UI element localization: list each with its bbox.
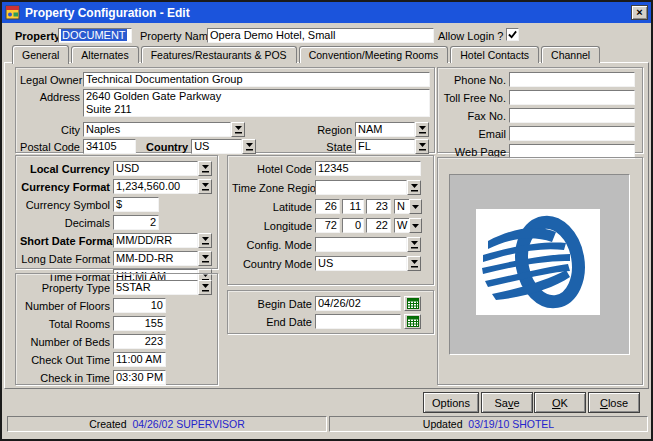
- postal-code-label: Postal Code: [20, 141, 80, 153]
- region-field[interactable]: NAM: [355, 122, 415, 137]
- currency-symbol-field[interactable]: $: [113, 197, 159, 212]
- longitude-direction-select[interactable]: W: [394, 218, 422, 233]
- contact-group: Phone No. Toll Free No. Fax No. Email We…: [437, 67, 643, 153]
- country-mode-label: Country Mode: [232, 258, 312, 270]
- long-date-format-lov-icon[interactable]: [198, 251, 212, 266]
- close-icon[interactable]: ×: [631, 5, 648, 20]
- longitude-degrees-field[interactable]: 72: [315, 218, 340, 233]
- property-name-label: Property Name: [140, 30, 214, 42]
- window-icon: [5, 5, 20, 20]
- property-type-lov-icon[interactable]: [198, 280, 212, 295]
- currency-format-label: Currency Format: [20, 181, 110, 193]
- email-field[interactable]: [509, 126, 635, 141]
- short-date-format-field[interactable]: MM/DD/RR: [113, 233, 198, 248]
- country-mode-lov-icon[interactable]: [407, 256, 421, 271]
- address-field[interactable]: 2640 Golden Gate Parkway Suite 211: [83, 89, 430, 117]
- phone-field[interactable]: [509, 72, 635, 87]
- hotel-code-group: Hotel Code 12345 Time Zone Region Latitu…: [227, 155, 434, 285]
- check-out-time-label: Check Out Time: [20, 354, 110, 366]
- begin-date-calendar-icon[interactable]: [404, 296, 421, 311]
- created-label: Created: [89, 418, 126, 430]
- time-zone-region-field[interactable]: [315, 180, 407, 195]
- time-zone-region-label: Time Zone Region: [232, 182, 312, 194]
- local-currency-field[interactable]: USD: [113, 161, 198, 176]
- check-out-time-field[interactable]: 11:00 AM: [113, 352, 166, 367]
- country-lov-icon[interactable]: [242, 139, 256, 154]
- longitude-direction-arrow-icon[interactable]: [409, 218, 422, 233]
- end-date-calendar-icon[interactable]: [404, 314, 421, 329]
- config-mode-label: Config. Mode: [232, 239, 312, 251]
- tab-bar: General Alternates Features/Restaurants …: [12, 44, 602, 63]
- local-currency-lov-icon[interactable]: [198, 161, 212, 176]
- short-date-format-lov-icon[interactable]: [198, 233, 212, 248]
- latitude-direction-select[interactable]: N: [394, 199, 422, 214]
- tab-alternates[interactable]: Alternates: [71, 46, 138, 63]
- longitude-minutes-field[interactable]: 0: [342, 218, 364, 233]
- latitude-minutes-field[interactable]: 11: [342, 199, 364, 214]
- tab-general[interactable]: General: [12, 45, 69, 64]
- number-of-floors-field[interactable]: 10: [113, 298, 166, 313]
- config-mode-lov-icon[interactable]: [407, 237, 421, 252]
- property-details-group: Property Type 5STAR Number of Floors 10 …: [15, 273, 218, 385]
- fax-label: Fax No.: [442, 110, 506, 122]
- config-mode-field[interactable]: [315, 237, 407, 252]
- allow-login-label: Allow Login ?: [438, 30, 503, 42]
- updated-label: Updated: [423, 418, 463, 430]
- options-button[interactable]: Options: [423, 392, 479, 413]
- fax-field[interactable]: [509, 108, 635, 123]
- latitude-direction-arrow-icon[interactable]: [409, 199, 422, 214]
- address-group: Legal Owner Technical Documentation Grou…: [15, 67, 435, 153]
- check-in-time-field[interactable]: 03:30 PM: [113, 370, 166, 385]
- latitude-seconds-field[interactable]: 23: [366, 199, 391, 214]
- opera-swoosh-logo: [476, 209, 600, 315]
- toll-free-field[interactable]: [509, 90, 635, 105]
- latitude-degrees-field[interactable]: 26: [315, 199, 340, 214]
- latitude-label: Latitude: [232, 201, 312, 213]
- begin-date-label: Begin Date: [232, 298, 312, 310]
- allow-login-checkbox[interactable]: [506, 28, 519, 41]
- currency-format-field[interactable]: 1,234,560.00: [113, 179, 198, 194]
- city-field[interactable]: Naples: [83, 122, 231, 137]
- save-button[interactable]: Save: [481, 392, 533, 413]
- legal-owner-label: Legal Owner: [20, 74, 80, 86]
- updated-status: Updated 03/19/10 SHOTEL: [329, 416, 648, 432]
- tab-convention-meeting-rooms[interactable]: Convention/Meeting Rooms: [299, 46, 449, 63]
- tab-hotel-contacts[interactable]: Hotel Contacts: [450, 46, 539, 63]
- number-of-beds-field[interactable]: 223: [113, 334, 166, 349]
- state-lov-icon[interactable]: [415, 139, 429, 154]
- tab-features-restaurants-pos[interactable]: Features/Restaurants & POS: [141, 46, 297, 63]
- region-label: Region: [245, 124, 352, 136]
- tab-channel[interactable]: Channel: [541, 46, 600, 63]
- hotel-code-label: Hotel Code: [232, 163, 312, 175]
- check-in-time-label: Check in Time: [20, 372, 110, 384]
- property-type-field[interactable]: 5STAR: [113, 280, 198, 295]
- decimals-field[interactable]: 2: [113, 215, 159, 230]
- city-lov-icon[interactable]: [231, 122, 245, 137]
- close-button[interactable]: Close: [588, 392, 640, 413]
- longitude-seconds-field[interactable]: 22: [366, 218, 391, 233]
- time-zone-lov-icon[interactable]: [407, 180, 421, 195]
- ok-button[interactable]: OK: [534, 392, 586, 413]
- property-configuration-window: Property Configuration - Edit × Property…: [0, 0, 653, 441]
- postal-code-field[interactable]: 34105: [83, 139, 136, 154]
- property-field[interactable]: DOCUMENT: [58, 28, 132, 43]
- legal-owner-field[interactable]: Technical Documentation Group: [83, 72, 430, 87]
- begin-date-field[interactable]: 04/26/02: [315, 296, 401, 311]
- hotel-code-field[interactable]: 12345: [315, 161, 421, 176]
- property-name-field[interactable]: Opera Demo Hotel, Small: [207, 28, 434, 43]
- toll-free-label: Toll Free No.: [442, 92, 506, 104]
- country-mode-field[interactable]: US: [315, 256, 407, 271]
- created-status: Created 04/26/02 SUPERVISOR: [7, 416, 327, 432]
- total-rooms-field[interactable]: 155: [113, 316, 166, 331]
- region-lov-icon[interactable]: [415, 122, 429, 137]
- country-field[interactable]: US: [191, 139, 242, 154]
- window-title: Property Configuration - Edit: [25, 6, 631, 20]
- currency-format-lov-icon[interactable]: [198, 179, 212, 194]
- email-label: Email: [442, 128, 506, 140]
- general-tab-panel: Legal Owner Technical Documentation Grou…: [4, 62, 649, 389]
- state-field[interactable]: FL: [355, 139, 415, 154]
- long-date-format-field[interactable]: MM-DD-RR: [113, 251, 198, 266]
- titlebar: Property Configuration - Edit ×: [2, 2, 651, 23]
- short-date-format-label: Short Date Format: [20, 235, 110, 247]
- end-date-field[interactable]: [315, 314, 401, 329]
